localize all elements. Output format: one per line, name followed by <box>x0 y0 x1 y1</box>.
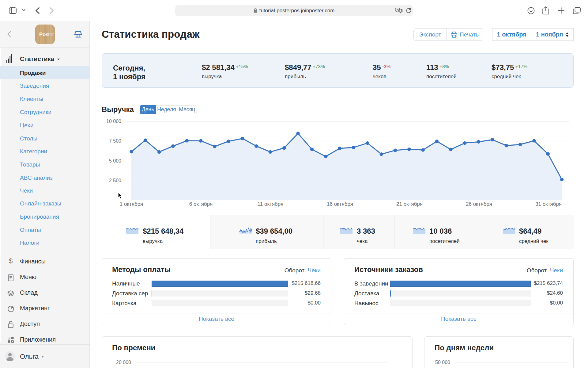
svg-text:Pos: Pos <box>39 32 48 37</box>
svg-text:A: A <box>396 8 398 11</box>
svg-text:ter: ter <box>48 32 54 37</box>
